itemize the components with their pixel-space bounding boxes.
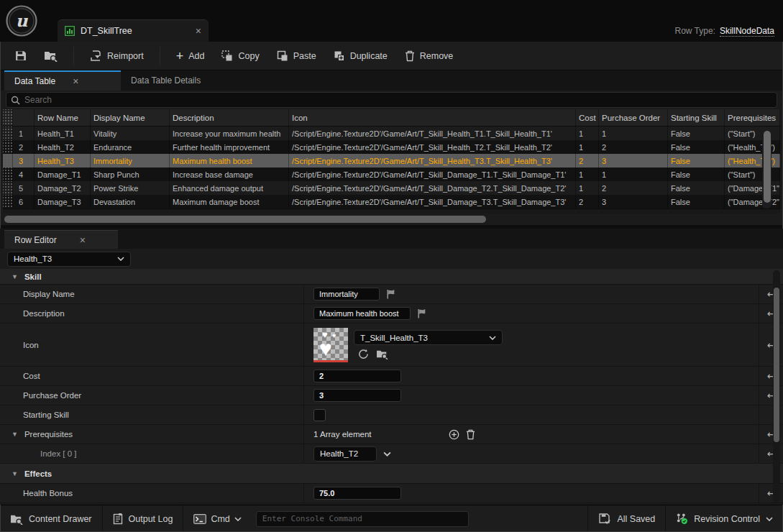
duplicate-button[interactable]: Duplicate	[326, 46, 395, 66]
column-header-icon[interactable]: Icon	[289, 109, 576, 126]
texture-thumbnail[interactable]: ♥ ♥ ♥	[313, 328, 348, 362]
scrollbar-thumb[interactable]	[4, 216, 486, 223]
chevron-down-icon[interactable]	[383, 451, 391, 457]
description-input[interactable]: Maximum health boost	[313, 307, 411, 320]
row-drag-handle[interactable]	[3, 127, 13, 140]
copy-button[interactable]: Copy	[214, 46, 266, 66]
category-effects-label: Effects	[24, 469, 52, 478]
table-row-damage-t2[interactable]: 5 Damage_T2 Power Strike Enhanced damage…	[3, 181, 780, 195]
localization-flag-icon[interactable]	[386, 289, 396, 299]
tab-data-table-close-icon[interactable]: ×	[73, 75, 78, 87]
reimport-button[interactable]: Reimport	[83, 45, 151, 66]
add-row-button[interactable]: + Add	[169, 47, 212, 65]
cell-prerequisites: ("Damage_T2")	[725, 195, 780, 208]
expander-arrow-icon[interactable]: ▼	[12, 431, 18, 438]
row-editor-filler	[0, 503, 783, 505]
tab-data-table[interactable]: Data Table ×	[4, 70, 121, 91]
output-log-button[interactable]: Output Log	[103, 505, 183, 532]
starting-skill-checkbox[interactable]	[313, 409, 326, 421]
console-command-box[interactable]	[256, 511, 469, 527]
row-selector-dropdown[interactable]: Health_T3	[7, 252, 131, 267]
row-type-link[interactable]: SkillNodeData	[720, 26, 774, 37]
toolbar-separator	[73, 47, 74, 65]
property-row-index-0: Index [ 0 ] Health_T2 ↩	[0, 444, 783, 464]
asset-tab-close-icon[interactable]: ×	[196, 25, 201, 37]
cell-purchase-order: 3	[599, 195, 668, 208]
svg-text:u: u	[16, 11, 29, 30]
icon-asset-dropdown[interactable]: T_Skill_Health_T3	[354, 330, 503, 345]
revision-control-icon	[676, 513, 688, 525]
remove-button[interactable]: Remove	[398, 46, 461, 66]
content-drawer-button[interactable]: Content Drawer	[0, 505, 102, 532]
column-header-cost[interactable]: Cost	[576, 109, 599, 126]
heart-icon: ♥	[322, 330, 328, 339]
prerequisite-dropdown[interactable]: Health_T2	[313, 446, 377, 462]
column-header-starting-skill[interactable]: Starting Skill	[668, 109, 725, 126]
scrollbar-thumb[interactable]	[764, 131, 771, 203]
search-box[interactable]	[6, 92, 777, 108]
clear-array-button[interactable]	[466, 429, 475, 440]
expander-arrow-icon[interactable]: ▼	[12, 470, 18, 477]
reimport-label: Reimport	[107, 51, 144, 61]
cell-display-name: Power Strike	[91, 181, 170, 195]
display-name-input[interactable]: Immortality	[313, 288, 380, 301]
cell-prerequisites: ("Health_T1")	[725, 140, 780, 154]
copy-label: Copy	[238, 51, 259, 61]
column-header-row-name[interactable]: Row Name	[35, 109, 91, 126]
chevron-down-icon	[234, 517, 242, 521]
column-header-display-name[interactable]: Display Name	[91, 109, 170, 126]
table-row-health-t1[interactable]: 1 Health_T1 Vitality Increase your maxim…	[3, 127, 780, 140]
column-header-purchase-order[interactable]: Purchase Order	[599, 109, 668, 126]
expander-arrow-icon[interactable]: ▼	[12, 273, 18, 280]
cost-input[interactable]: 2	[313, 370, 401, 382]
browse-to-asset-icon-button[interactable]	[376, 349, 388, 359]
cell-display-name: Sharp Punch	[91, 168, 170, 181]
console-command-input[interactable]	[262, 514, 462, 523]
localization-flag-icon[interactable]	[417, 308, 427, 318]
purchase-order-input[interactable]: 3	[313, 389, 401, 402]
property-row-icon: Icon ♥ ♥ ♥ T_Skill_Health_T3	[0, 324, 783, 367]
cell-description: Maximum health boost	[170, 154, 289, 168]
cell-description: Increase your maximum health	[170, 127, 289, 140]
category-effects[interactable]: ▼ Effects	[0, 464, 783, 484]
row-drag-handle[interactable]	[3, 154, 13, 168]
search-input[interactable]	[24, 95, 772, 105]
row-editor-vertical-scrollbar[interactable]	[773, 270, 780, 503]
cell-cost: 2	[576, 154, 599, 168]
asset-tab-dt-skilltree[interactable]: DT_SkillTree ×	[58, 19, 209, 42]
tab-row-editor[interactable]: Row Editor ×	[4, 230, 118, 249]
cell-prerequisites: ("Damage_T1")	[725, 181, 780, 195]
column-header-description[interactable]: Description	[170, 109, 289, 126]
data-table: Row Name Display Name Description Icon C…	[3, 109, 780, 214]
row-drag-handle[interactable]	[3, 140, 13, 154]
paste-button[interactable]: Paste	[270, 46, 324, 66]
browse-to-asset-button[interactable]	[37, 45, 65, 66]
cell-starting-skill: False	[668, 195, 725, 208]
tab-data-table-details[interactable]: Data Table Details	[121, 70, 211, 91]
cmd-dropdown-button[interactable]: Cmd	[183, 505, 251, 532]
category-skill[interactable]: ▼ Skill	[0, 269, 783, 285]
table-header-row: Row Name Display Name Description Icon C…	[3, 109, 780, 127]
table-vertical-scrollbar[interactable]	[762, 128, 771, 208]
row-drag-handle[interactable]	[3, 181, 13, 195]
row-drag-handle[interactable]	[3, 195, 13, 208]
column-header-prerequisites[interactable]: Prerequisites	[725, 109, 780, 126]
all-saved-button[interactable]: All Saved	[588, 505, 665, 532]
unreal-engine-logo-icon: u	[6, 5, 37, 37]
terminal-icon	[193, 514, 206, 524]
row-drag-handle[interactable]	[3, 168, 13, 181]
content-drawer-label: Content Drawer	[29, 514, 92, 524]
revision-control-button[interactable]: Revision Control	[666, 505, 783, 532]
tab-row-editor-close-icon[interactable]: ×	[80, 234, 86, 246]
table-row-health-t3-selected[interactable]: 3 Health_T3 Immortality Maximum health b…	[3, 154, 780, 168]
table-row-health-t2[interactable]: 2 Health_T2 Endurance Further health imp…	[3, 140, 780, 154]
scrollbar-thumb[interactable]	[774, 288, 779, 442]
table-row-damage-t1[interactable]: 4 Damage_T1 Sharp Punch Increase base da…	[3, 168, 780, 181]
health-bonus-input[interactable]: 75.0	[313, 487, 401, 500]
prerequisite-value: Health_T2	[320, 449, 358, 458]
add-array-element-button[interactable]	[449, 429, 459, 440]
table-horizontal-scrollbar[interactable]	[3, 214, 780, 225]
use-selected-asset-button[interactable]	[358, 349, 369, 359]
table-row-damage-t3[interactable]: 6 Damage_T3 Devastation Maximum damage b…	[3, 195, 780, 208]
save-button[interactable]	[7, 45, 34, 66]
